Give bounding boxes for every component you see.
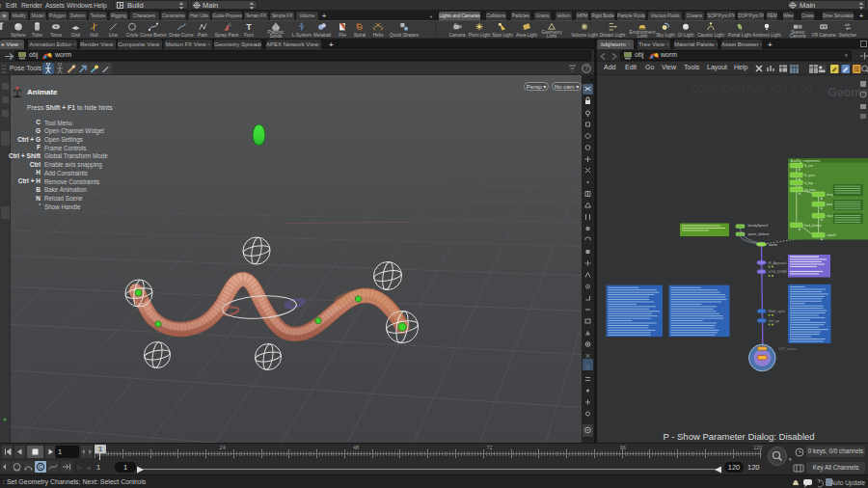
svg-text:Spiral: Spiral: [354, 33, 366, 38]
svg-text:Get_up: Get_up: [769, 319, 780, 323]
svg-text:Helix: Helix: [373, 33, 384, 38]
svg-text:Point Light: Point Light: [469, 33, 491, 38]
svg-text:Sphere: Sphere: [11, 33, 26, 38]
svg-text:Light: Light: [637, 34, 648, 38]
svg-text:Walk_cycle: Walk_cycle: [769, 310, 786, 313]
svg-text:Light: Light: [547, 34, 557, 38]
svg-text:Portal Light: Portal Light: [728, 33, 752, 38]
svg-text:Font: Font: [244, 33, 254, 38]
svg-text:?: ?: [584, 65, 588, 71]
svg-text:Torus: Torus: [50, 33, 62, 38]
svg-text:Circle: Circle: [126, 33, 139, 38]
svg-text:1•: 1•: [77, 465, 82, 471]
svg-text:Spot Light: Spot Light: [492, 33, 513, 38]
svg-text:◄: ◄: [86, 465, 91, 471]
svg-text:Area Light: Area Light: [516, 33, 538, 38]
svg-text:Ambient Light: Ambient Light: [752, 33, 781, 38]
svg-text:x: x: [0, 33, 1, 38]
svg-text:OUT_worm: OUT_worm: [778, 347, 796, 351]
svg-text:ik_legs: ik_legs: [804, 181, 814, 185]
svg-text:bendySpine1: bendySpine1: [748, 224, 769, 228]
svg-text:fk_spine: fk_spine: [804, 174, 815, 177]
svg-text:Camera: Camera: [789, 34, 805, 38]
svg-text:CONFIDENTIAL H21.5.90: CONFIDENTIAL H21.5.90: [691, 83, 812, 95]
svg-text:Camera: Camera: [448, 33, 465, 38]
svg-text:GI Light: GI Light: [678, 33, 694, 38]
svg-text:AutoRig_components: AutoRig_components: [791, 159, 821, 163]
svg-text:Tube: Tube: [32, 33, 42, 38]
svg-text:Path: Path: [198, 33, 207, 38]
svg-text:worm: worm: [769, 243, 777, 247]
svg-text:C: C: [39, 464, 43, 470]
svg-text:L-System: L-System: [292, 33, 312, 38]
svg-text:Distant Light: Distant Light: [600, 33, 626, 38]
svg-text:Draw Curve: Draw Curve: [169, 33, 194, 38]
svg-text:Sky Light: Sky Light: [656, 33, 675, 38]
svg-text:File: File: [339, 33, 346, 38]
svg-text:Curve Bezier: Curve Bezier: [140, 33, 167, 38]
svg-text:worm_deform: worm_deform: [748, 232, 770, 236]
svg-text:P - Show Parameter Dialog: Dis: P - Show Parameter Dialog: Disabled: [663, 431, 814, 442]
svg-text:Volume Light: Volume Light: [571, 33, 598, 38]
svg-text:Metaball: Metaball: [313, 33, 331, 38]
svg-text:T: T: [246, 22, 252, 32]
svg-text:rig_pose: rig_pose: [804, 188, 815, 192]
svg-text:IK_Approval: IK_Approval: [769, 261, 787, 265]
svg-text:Switcher: Switcher: [839, 33, 857, 38]
svg-text:Line: Line: [109, 33, 118, 38]
svg-text:Caustic Light: Caustic Light: [697, 33, 724, 38]
svg-text:bind_skeleton: bind_skeleton: [804, 224, 822, 228]
svg-text:Grid: Grid: [71, 33, 80, 38]
svg-text:Quick Shapes: Quick Shapes: [390, 33, 419, 38]
svg-text:Null: Null: [90, 33, 97, 38]
svg-text:Spray Paint: Spray Paint: [215, 33, 239, 38]
svg-text:Solids: Solids: [269, 34, 283, 38]
svg-text:LOG_DONE: LOG_DONE: [769, 270, 788, 274]
svg-text:fk_arm: fk_arm: [804, 164, 813, 168]
svg-text:output0: output0: [827, 233, 836, 237]
svg-text:VR Camera: VR Camera: [811, 33, 835, 38]
